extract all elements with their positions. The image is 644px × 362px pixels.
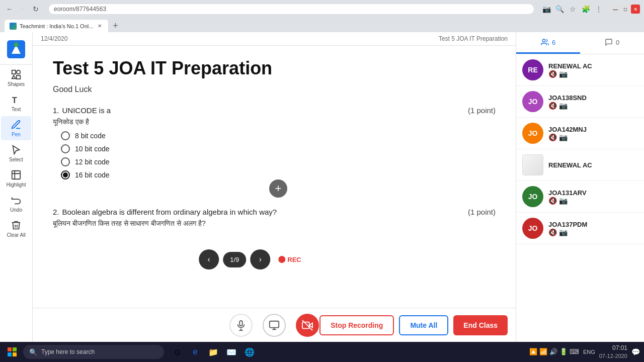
option-16bit-label: 16 bit code [75, 171, 110, 179]
page-indicator: 1/9 [223, 252, 246, 267]
taskbar-app-chrome[interactable]: 🌐 [242, 344, 258, 360]
active-tab[interactable]: Teachmint : India's No.1 Onl... ✕ [4, 19, 109, 32]
nav-forward[interactable]: → [17, 4, 28, 15]
participant-name-1: RENEWAL AC [548, 62, 592, 70]
q2-hindi: बूलियन बीजगणित किस तरह से साधारण बीजगणित… [53, 219, 496, 228]
option-8bit[interactable]: 8 bit code [61, 131, 496, 140]
highlight-tool[interactable]: Highlight [1, 166, 31, 191]
nav-back[interactable]: ← [4, 4, 15, 15]
taskbar-app-mail[interactable]: ✉️ [223, 344, 239, 360]
notification-icon[interactable]: 💬 [631, 348, 640, 356]
undo-tool[interactable]: Undo [1, 192, 31, 216]
star-icon[interactable]: ☆ [568, 4, 578, 14]
menu-icon[interactable]: ⋮ [594, 4, 604, 14]
option-8bit-label: 8 bit code [75, 132, 106, 140]
participant-item-6: JO JOA137PDM 🔇 📷 [516, 213, 644, 244]
maximize-btn[interactable]: □ [621, 5, 630, 14]
screen-share-btn[interactable] [263, 314, 286, 337]
question-2: 2. Boolean algebra is different from ord… [53, 208, 496, 228]
taskbar-right: 🔼 📶 🔊 🔋 ⌨ ENG 07:01 07-12-2020 💬 [529, 344, 640, 359]
mic-btn[interactable] [229, 314, 253, 337]
next-page-btn[interactable]: › [250, 249, 270, 269]
chat-count: 0 [616, 39, 619, 46]
mute-all-btn[interactable]: Mute All [399, 315, 448, 335]
battery-icon: 🔋 [559, 348, 568, 355]
svg-point-2 [14, 43, 19, 47]
participant-icons-6: 🔇 📷 [548, 228, 587, 236]
option-10bit-label: 10 bit code [75, 145, 110, 153]
participant-item-5: JO JOA131ARV 🔇 📷 [516, 181, 644, 213]
end-class-btn[interactable]: End Class [453, 315, 508, 335]
participant-icons-2: 🔇 📷 [548, 102, 587, 110]
svg-rect-17 [13, 347, 17, 351]
add-question-btn[interactable]: + [269, 179, 287, 198]
highlight-label: Highlight [7, 182, 26, 188]
participant-name-6: JOA137PDM [548, 221, 587, 228]
nav-refresh[interactable]: ↻ [30, 4, 41, 15]
extension-icon[interactable]: 🧩 [581, 4, 591, 14]
taskbar-app-edge[interactable]: e [187, 344, 203, 360]
radio-16bit[interactable] [61, 170, 70, 179]
taskbar-app-cortana[interactable]: ⊙ [169, 344, 185, 360]
avatar-1: RE [522, 59, 543, 80]
cam-muted-icon-5: 📷 [559, 197, 568, 205]
cam-muted-icon-1: 📷 [559, 70, 568, 78]
mic-muted-icon-1: 🔇 [548, 70, 557, 78]
option-16bit[interactable]: 16 bit code [61, 170, 496, 179]
action-buttons: Stop Recording Mute All End Class [319, 315, 508, 335]
q2-text: Boolean algebra is different from ordina… [62, 208, 468, 216]
page-nav-controls: ‹ 1/9 › REC [199, 249, 301, 269]
taskbar-app-explorer[interactable]: 📁 [205, 344, 221, 360]
cam-muted-icon-2: 📷 [559, 102, 568, 110]
undo-label: Undo [10, 207, 22, 213]
rec-label: REC [287, 256, 301, 263]
document-title: Test 5 JOA IT Preparation [53, 58, 496, 79]
start-btn[interactable] [4, 344, 20, 360]
participant-item-4: RENEWAL AC [516, 149, 644, 181]
svg-rect-3 [12, 70, 16, 74]
volume-icon: 🔊 [549, 348, 557, 355]
text-tool[interactable]: T Text [1, 91, 31, 115]
chat-tab[interactable]: 0 [580, 32, 644, 54]
option-12bit[interactable]: 12 bit code [61, 157, 496, 166]
option-10bit[interactable]: 10 bit code [61, 144, 496, 153]
text-label: Text [12, 107, 21, 112]
clock-date: 07-12-2020 [599, 352, 627, 359]
close-btn[interactable]: ✕ [631, 5, 640, 14]
avatar-6: JO [522, 218, 543, 239]
address-bar[interactable]: eoroom/877644563 [48, 4, 534, 15]
taskbar-search[interactable]: 🔍 Type here to search [23, 345, 164, 359]
shapes-tool[interactable]: Shapes [1, 66, 31, 90]
clear-all-tool[interactable]: Clear All [1, 217, 31, 241]
rec-dot [278, 256, 285, 263]
participants-tab[interactable]: 6 [516, 32, 580, 54]
chat-icon [605, 38, 613, 46]
prev-page-btn[interactable]: ‹ [199, 249, 219, 269]
radio-12bit[interactable] [61, 157, 70, 166]
whiteboard-area: 12/4/2020 Test 5 JOA IT Preparation Test… [33, 32, 516, 308]
shapes-label: Shapes [8, 81, 25, 87]
participant-name-3: JOA142MNJ [548, 126, 587, 133]
radio-10bit[interactable] [61, 144, 70, 153]
participant-item-2: JO JOA138SND 🔇 📷 [516, 86, 644, 118]
minimize-btn[interactable]: — [611, 5, 620, 14]
search-icon[interactable]: 🔍 [554, 4, 565, 14]
mic-muted-icon-5: 🔇 [548, 197, 557, 205]
participants-count: 6 [552, 39, 555, 46]
camera-icon[interactable]: 📷 [541, 4, 551, 14]
tab-close-icon[interactable]: ✕ [96, 23, 103, 30]
new-tab-btn[interactable]: + [109, 19, 122, 32]
page-display: 1/9 [230, 256, 239, 263]
doc-title-header: Test 5 JOA IT Preparation [439, 35, 508, 42]
mic-muted-icon-3: 🔇 [548, 133, 557, 141]
select-tool[interactable]: Select [1, 141, 31, 165]
q1-points: (1 point) [468, 106, 496, 115]
q2-number: 2. [53, 208, 59, 216]
video-toggle-btn[interactable] [296, 314, 319, 337]
radio-8bit[interactable] [61, 131, 70, 140]
pen-tool[interactable]: Pen [1, 116, 31, 140]
stop-recording-btn[interactable]: Stop Recording [319, 315, 394, 335]
participant-icons-3: 🔇 📷 [548, 133, 587, 141]
main-content: 12/4/2020 Test 5 JOA IT Preparation Test… [33, 32, 516, 342]
svg-rect-18 [8, 352, 12, 356]
